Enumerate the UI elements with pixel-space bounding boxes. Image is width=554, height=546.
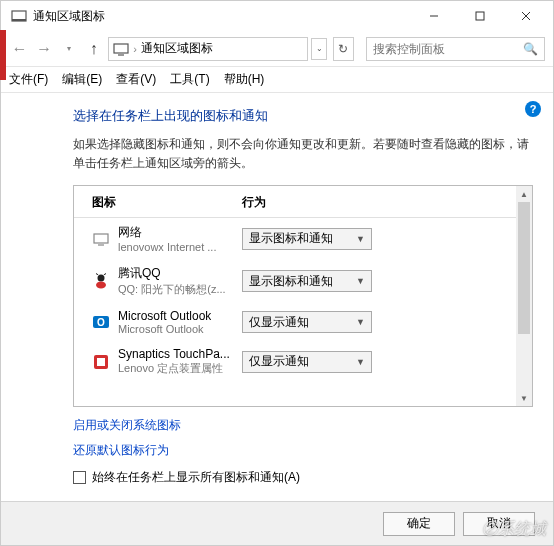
list-body: 网络lenovowx Internet ...显示图标和通知▼腾讯QQQQ: 阳… (74, 218, 516, 406)
app-icon (92, 353, 110, 371)
forward-button[interactable]: → (34, 37, 55, 61)
menu-file[interactable]: 文件(F) (9, 71, 48, 88)
chevron-down-icon: ▼ (356, 317, 365, 327)
search-input[interactable] (373, 42, 523, 56)
behavior-dropdown[interactable]: 仅显示通知▼ (242, 311, 372, 333)
scroll-up-icon[interactable]: ▲ (516, 186, 532, 202)
app-title: Microsoft Outlook (118, 309, 211, 323)
menubar: 文件(F) 编辑(E) 查看(V) 工具(T) 帮助(H) (1, 67, 553, 93)
cancel-button[interactable]: 取消 (463, 512, 535, 536)
icon-list-frame: 图标 行为 网络lenovowx Internet ...显示图标和通知▼腾讯Q… (73, 185, 533, 407)
scroll-down-icon[interactable]: ▼ (516, 390, 532, 406)
scrollbar[interactable]: ▲ ▼ (516, 186, 532, 406)
svg-rect-1 (12, 19, 26, 21)
window-icon (11, 8, 27, 24)
minimize-button[interactable] (411, 1, 457, 31)
behavior-value: 仅显示通知 (249, 353, 309, 370)
window-title: 通知区域图标 (33, 8, 105, 25)
navigation-toolbar: ← → ▾ ↑ › 通知区域图标 ⌄ ↻ 🔍 (1, 31, 553, 67)
always-show-checkbox-row: 始终在任务栏上显示所有图标和通知(A) (73, 469, 533, 486)
breadcrumb-separator: › (133, 43, 137, 55)
always-show-checkbox[interactable] (73, 471, 86, 484)
help-icon[interactable]: ? (525, 101, 541, 117)
svg-rect-15 (97, 358, 105, 366)
up-button[interactable]: ↑ (83, 37, 104, 61)
behavior-value: 仅显示通知 (249, 314, 309, 331)
svg-point-10 (98, 275, 105, 282)
link-restore-defaults[interactable]: 还原默认图标行为 (73, 442, 533, 459)
control-panel-window: 通知区域图标 ← → ▾ ↑ › 通知区域图标 ⌄ ↻ 🔍 文件(F) 编辑(E… (0, 0, 554, 546)
app-icon (92, 272, 110, 290)
list-item: 腾讯QQQQ: 阳光下的畅想(z...显示图标和通知▼ (74, 259, 516, 303)
app-icon (92, 230, 110, 248)
svg-point-11 (96, 282, 106, 289)
column-action: 行为 (242, 194, 498, 211)
svg-rect-8 (94, 234, 108, 243)
maximize-button[interactable] (457, 1, 503, 31)
scroll-track[interactable] (516, 202, 532, 390)
behavior-dropdown[interactable]: 显示图标和通知▼ (242, 228, 372, 250)
breadcrumb-text: 通知区域图标 (141, 40, 213, 57)
content-area: ? 选择在任务栏上出现的图标和通知 如果选择隐藏图标和通知，则不会向你通知更改和… (1, 93, 553, 501)
monitor-icon (113, 41, 129, 57)
app-subtitle: Microsoft Outlook (118, 323, 211, 335)
always-show-label: 始终在任务栏上显示所有图标和通知(A) (92, 469, 300, 486)
app-subtitle: Lenovo 定点装置属性 (118, 361, 230, 376)
search-icon: 🔍 (523, 42, 538, 56)
chevron-down-icon: ▼ (356, 234, 365, 244)
app-subtitle: QQ: 阳光下的畅想(z... (118, 282, 226, 297)
address-bar[interactable]: › 通知区域图标 (108, 37, 308, 61)
svg-rect-3 (476, 12, 484, 20)
behavior-value: 显示图标和通知 (249, 230, 333, 247)
svg-text:O: O (97, 317, 105, 328)
app-subtitle: lenovowx Internet ... (118, 241, 216, 253)
back-button[interactable]: ← (9, 37, 30, 61)
close-button[interactable] (503, 1, 549, 31)
link-system-icons[interactable]: 启用或关闭系统图标 (73, 417, 533, 434)
behavior-dropdown[interactable]: 仅显示通知▼ (242, 351, 372, 373)
svg-rect-6 (114, 44, 128, 53)
recent-dropdown[interactable]: ▾ (59, 37, 80, 61)
menu-view[interactable]: 查看(V) (116, 71, 156, 88)
menu-edit[interactable]: 编辑(E) (62, 71, 102, 88)
app-icon: O (92, 313, 110, 331)
behavior-dropdown[interactable]: 显示图标和通知▼ (242, 270, 372, 292)
titlebar: 通知区域图标 (1, 1, 553, 31)
list-item: OMicrosoft OutlookMicrosoft Outlook仅显示通知… (74, 303, 516, 341)
page-description: 如果选择隐藏图标和通知，则不会向你通知更改和更新。若要随时查看隐藏的图标，请单击… (73, 135, 533, 173)
app-title: Synaptics TouchPa... (118, 347, 230, 361)
app-title: 腾讯QQ (118, 265, 226, 282)
chevron-down-icon: ▼ (356, 357, 365, 367)
list-item: 网络lenovowx Internet ...显示图标和通知▼ (74, 218, 516, 259)
footer: 确定 取消 ②系统城 (1, 501, 553, 545)
address-dropdown[interactable]: ⌄ (311, 38, 327, 60)
menu-help[interactable]: 帮助(H) (224, 71, 265, 88)
app-title: 网络 (118, 224, 216, 241)
menu-tools[interactable]: 工具(T) (170, 71, 209, 88)
page-heading: 选择在任务栏上出现的图标和通知 (73, 107, 533, 125)
search-box[interactable]: 🔍 (366, 37, 545, 61)
behavior-value: 显示图标和通知 (249, 273, 333, 290)
ok-button[interactable]: 确定 (383, 512, 455, 536)
list-header: 图标 行为 (74, 186, 516, 218)
list-item: Synaptics TouchPa...Lenovo 定点装置属性仅显示通知▼ (74, 341, 516, 382)
column-icon: 图标 (92, 194, 242, 211)
accent-strip (0, 30, 6, 80)
refresh-button[interactable]: ↻ (333, 37, 354, 61)
scroll-thumb[interactable] (518, 202, 530, 334)
chevron-down-icon: ▼ (356, 276, 365, 286)
